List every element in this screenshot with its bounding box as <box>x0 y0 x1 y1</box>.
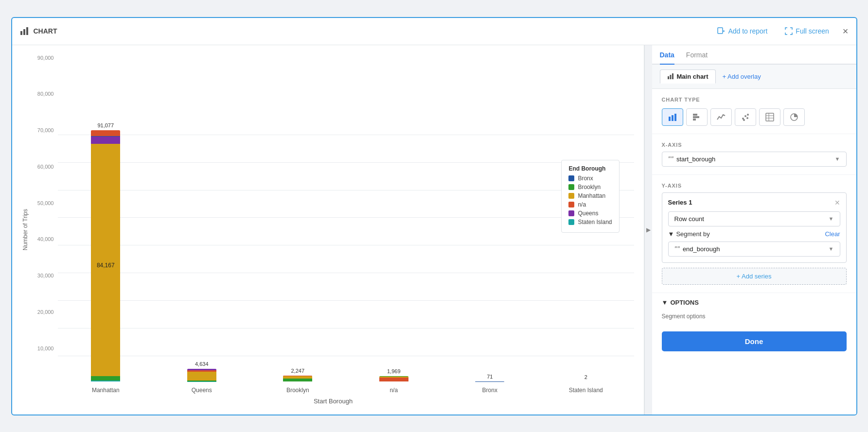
chart-inner: 90,000 80,000 70,000 60,000 50,000 40,00… <box>33 55 634 405</box>
right-panel: Data Format Main chart + Add overlay <box>652 45 856 415</box>
fullscreen-icon <box>785 27 793 35</box>
end-borough-value: end_borough <box>683 245 826 253</box>
svg-rect-12 <box>693 114 697 116</box>
chart-type-horizontal-button[interactable] <box>686 108 708 126</box>
page-container: ↓ CHART Add to report <box>0 0 868 432</box>
legend-color-manhattan <box>568 193 574 199</box>
chart-area: Number of Trips 90,000 80,000 70,000 60,… <box>12 45 644 415</box>
bar-total-label: 1,969 <box>387 368 401 374</box>
end-borough-quote-icon: "" <box>674 245 680 252</box>
collapse-handle[interactable]: ▶ <box>644 45 652 415</box>
svg-rect-11 <box>674 114 676 121</box>
stacked-bar <box>283 376 312 382</box>
top-bar-actions: Add to report Full screen × <box>713 25 848 37</box>
chart-type-pie-button[interactable] <box>783 108 805 126</box>
legend-item-staten-island: Staten Island <box>568 219 612 225</box>
sub-tabs-row: Main chart + Add overlay <box>652 65 856 89</box>
panel-title-area: CHART <box>20 26 57 36</box>
bar-segment <box>379 378 408 382</box>
end-borough-select[interactable]: "" end_borough ▼ <box>668 242 840 257</box>
svg-rect-3 <box>718 28 723 34</box>
svg-point-16 <box>744 115 746 117</box>
scatter-icon <box>741 113 750 121</box>
legend-label-queens: Queens <box>578 210 598 217</box>
segment-by-label-text: Segment by <box>676 230 709 238</box>
series-close-button[interactable]: ✕ <box>834 199 840 207</box>
chart-type-bar-button[interactable] <box>662 108 683 126</box>
bar-total-label: 71 <box>487 374 493 380</box>
series-1-box: Series 1 ✕ Row count ▼ ▼ Segment by <box>662 192 847 263</box>
line-chart-icon <box>717 113 726 121</box>
y-label: 80,000 <box>33 91 58 97</box>
legend-label-staten-island: Staten Island <box>578 219 612 225</box>
bar-segment <box>187 372 216 380</box>
x-axis-label: Queens <box>154 387 250 394</box>
chart-plot: 90,000 80,000 70,000 60,000 50,000 40,00… <box>33 55 634 394</box>
bar-group: 91,07784,167 <box>58 55 154 382</box>
sub-tab-add-overlay[interactable]: + Add overlay <box>716 69 768 84</box>
svg-rect-20 <box>766 113 774 121</box>
svg-rect-6 <box>668 76 669 79</box>
legend-color-queens <box>568 210 574 216</box>
chart-type-scatter-button[interactable] <box>735 108 756 126</box>
svg-rect-14 <box>693 119 696 121</box>
done-button[interactable]: Done <box>662 331 847 351</box>
stacked-bar <box>379 376 408 381</box>
series-header: Series 1 ✕ <box>668 199 840 207</box>
main-chart-icon <box>667 73 674 80</box>
add-series-button[interactable]: + Add series <box>662 268 847 285</box>
chart-type-section: CHART TYPE <box>652 89 856 134</box>
close-button[interactable]: × <box>843 26 849 36</box>
top-arrow-icon: ↓ <box>432 17 436 18</box>
bars-area: 91,07784,1674,6342,2471,969712 <box>58 55 634 384</box>
chart-type-table-button[interactable] <box>759 108 780 126</box>
chart-icon <box>20 26 30 36</box>
chart-wrapper: Number of Trips 90,000 80,000 70,000 60,… <box>22 55 634 405</box>
options-toggle[interactable]: ▼ OPTIONS <box>652 293 856 309</box>
x-axis-quote-icon: "" <box>668 156 673 162</box>
svg-point-17 <box>747 114 749 116</box>
svg-rect-8 <box>672 73 673 79</box>
bar-group: 4,634 <box>154 55 250 382</box>
options-content: Segment options <box>652 309 856 326</box>
bar-segment <box>91 380 120 382</box>
chart-type-line-button[interactable] <box>710 108 732 126</box>
add-to-report-button[interactable]: Add to report <box>713 25 771 37</box>
stacked-bar <box>187 369 216 381</box>
y-label: 50,000 <box>33 200 58 206</box>
x-axis-section-label: X-AXIS <box>662 142 847 148</box>
bar-group: 1,969 <box>346 55 442 382</box>
sub-tab-main-chart[interactable]: Main chart <box>660 69 716 84</box>
end-borough-arrow-icon: ▼ <box>829 246 834 252</box>
tab-format[interactable]: Format <box>686 51 708 65</box>
legend-color-brooklyn <box>568 184 574 190</box>
bars-and-x: 91,07784,1674,6342,2471,969712 Manhattan… <box>58 55 634 394</box>
legend-label-brooklyn: Brooklyn <box>578 184 601 190</box>
svg-rect-2 <box>26 27 28 35</box>
bar-group: 71 <box>442 55 538 382</box>
full-screen-button[interactable]: Full screen <box>781 25 833 37</box>
x-axis-label: Bronx <box>442 387 538 394</box>
y-label: 40,000 <box>33 236 58 242</box>
segment-options-label: Segment options <box>662 313 706 320</box>
svg-rect-0 <box>20 31 22 35</box>
options-arrow-icon: ▼ <box>662 299 668 306</box>
x-axis-label: Brooklyn <box>250 387 346 394</box>
chart-type-label: CHART TYPE <box>662 97 847 103</box>
segment-clear-button[interactable]: Clear <box>825 230 840 238</box>
tabs-row: Data Format <box>652 45 856 65</box>
x-axis-select[interactable]: "" start_borough ▼ <box>662 152 847 167</box>
legend-item-brooklyn: Brooklyn <box>568 184 612 190</box>
top-bar: CHART Add to report <box>12 18 856 45</box>
segment-by-toggle[interactable]: ▼ Segment by <box>668 230 710 238</box>
row-count-select[interactable]: Row count ▼ <box>668 211 840 226</box>
bar-group: 2,247 <box>250 55 346 382</box>
bar-total-label: 2 <box>585 374 587 380</box>
y-label: 70,000 <box>33 127 58 133</box>
bar-total-label: 4,634 <box>195 361 209 367</box>
pie-chart-icon <box>790 113 798 121</box>
options-label: OPTIONS <box>670 299 699 306</box>
bar-inner-label: 84,167 <box>97 262 115 269</box>
tab-data[interactable]: Data <box>660 51 674 65</box>
row-count-value: Row count <box>674 215 826 223</box>
